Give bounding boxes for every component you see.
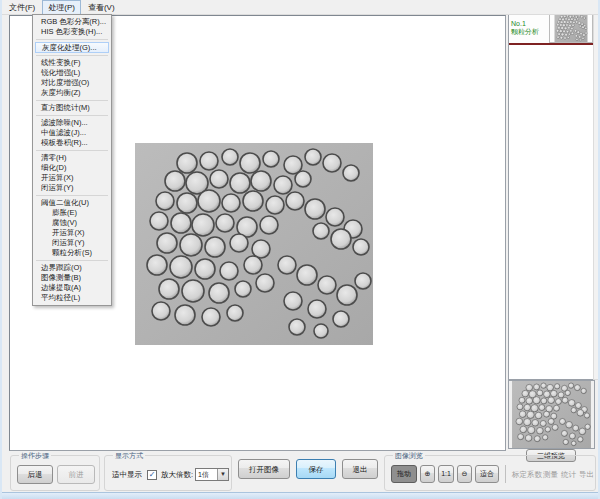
menu-item[interactable]: 阈值二值化(U) (33, 198, 111, 208)
menu-item[interactable]: RGB 色彩分离(R)... (33, 17, 111, 27)
menu-item[interactable]: 图像测量(B) (33, 273, 111, 283)
menu-item[interactable]: 直方图统计(M) (33, 103, 111, 113)
history-list-item-selected[interactable]: No.1 颗粒分析 (509, 11, 593, 45)
zoom-factor-value: 1倍 (198, 471, 209, 478)
view-group: 图像浏览 拖动 ⊕ 1:1 ⊖ 适合 标定系数 测量 统计 导出 (384, 455, 596, 491)
fit-view-button[interactable]: 适合 (475, 465, 499, 483)
menu-bar: 文件(F) 处理(P) 查看(V) (2, 0, 598, 15)
menu-item[interactable]: 闭运算(Y) (33, 183, 111, 193)
menu-item[interactable]: 闭运算(Y) (33, 238, 111, 248)
menu-item[interactable]: 边缘提取(A) (33, 283, 111, 293)
open-image-button[interactable]: 打开图像 (238, 459, 290, 479)
process-menu-dropdown: RGB 色彩分离(R)...HIS 色彩变换(H)...灰度化处理(G)...线… (32, 14, 112, 306)
menu-item[interactable]: 膨胀(E) (33, 208, 111, 218)
history-item-label: No.1 颗粒分析 (509, 20, 549, 36)
menu-item[interactable]: 颗粒分析(S) (33, 248, 111, 258)
menu-separator (36, 100, 108, 101)
history-group-label: 操作步骤 (19, 451, 51, 461)
preview-thumbnail (508, 380, 595, 449)
menu-separator (36, 195, 108, 196)
menu-item[interactable]: HIS 色彩变换(H)... (33, 27, 111, 37)
menu-item[interactable]: 开运算(X) (33, 173, 111, 183)
view-group-label: 图像浏览 (393, 451, 425, 461)
drag-tool-button[interactable]: 拖动 (391, 465, 417, 483)
menu-separator (36, 39, 108, 40)
specimen-image (135, 143, 373, 345)
menu-item[interactable]: 锐化增强(L) (33, 68, 111, 78)
zoom-factor-select[interactable]: 1倍 ▼ (195, 468, 229, 481)
menu-item[interactable]: 清零(H) (33, 153, 111, 163)
save-button[interactable]: 保存 (296, 459, 336, 479)
menu-item[interactable]: 中值滤波(J)... (33, 128, 111, 138)
display-group-label: 显示方式 (113, 451, 145, 461)
menu-item[interactable]: 模板卷积(R)... (33, 138, 111, 148)
menu-item[interactable]: 开运算(X) (33, 228, 111, 238)
display-group: 显示方式 适中显示 ✓ 放大倍数: 1倍 ▼ (104, 455, 232, 491)
forward-button[interactable]: 前进 (57, 465, 95, 484)
menu-item[interactable]: 灰度均衡(Z) (33, 88, 111, 98)
stats-label: 统计 (561, 470, 576, 480)
menu-separator (36, 150, 108, 151)
menu-item[interactable]: 平均粒径(L) (33, 293, 111, 303)
history-group: 操作步骤 后退 前进 (10, 455, 100, 491)
export-label: 导出 (579, 470, 594, 480)
fit-display-label: 适中显示 (112, 470, 142, 480)
menu-view[interactable]: 查看(V) (82, 0, 121, 15)
actual-size-button[interactable]: 1:1 (438, 465, 454, 483)
back-button[interactable]: 后退 (17, 465, 53, 484)
zoom-factor-label: 放大倍数: (161, 470, 193, 480)
menu-file[interactable]: 文件(F) (3, 0, 41, 15)
zoom-out-icon[interactable]: ⊖ (457, 465, 472, 483)
menu-separator (36, 55, 108, 56)
menu-separator (36, 260, 108, 261)
exit-button[interactable]: 退出 (342, 459, 378, 479)
fit-display-checkbox[interactable]: ✓ (147, 470, 157, 480)
zoom-in-icon[interactable]: ⊕ (420, 465, 435, 483)
menu-item[interactable]: 滤波除噪(N)... (33, 118, 111, 128)
menu-item[interactable]: 对比度增强(O) (33, 78, 111, 88)
combo-arrow-icon[interactable]: ▼ (217, 469, 228, 480)
calibration-label: 标定系数 (512, 470, 542, 480)
measure-label: 测量 (543, 470, 558, 480)
menu-process[interactable]: 处理(P) (42, 0, 81, 15)
history-list-scrollbar[interactable]: ▲ (593, 8, 600, 380)
window-bottom-frame (2, 492, 598, 499)
menu-item[interactable]: 灰度化处理(G)... (35, 42, 109, 53)
menu-item[interactable]: 线性变换(F) (33, 58, 111, 68)
menu-item[interactable]: 细化(D) (33, 163, 111, 173)
history-item-thumbnail (549, 13, 593, 43)
menu-item[interactable]: 边界跟踪(O) (33, 263, 111, 273)
menu-separator (36, 115, 108, 116)
menu-item[interactable]: 腐蚀(V) (33, 218, 111, 228)
history-list[interactable]: No.1 颗粒分析 (508, 8, 594, 380)
toolbar-separator (505, 465, 506, 483)
